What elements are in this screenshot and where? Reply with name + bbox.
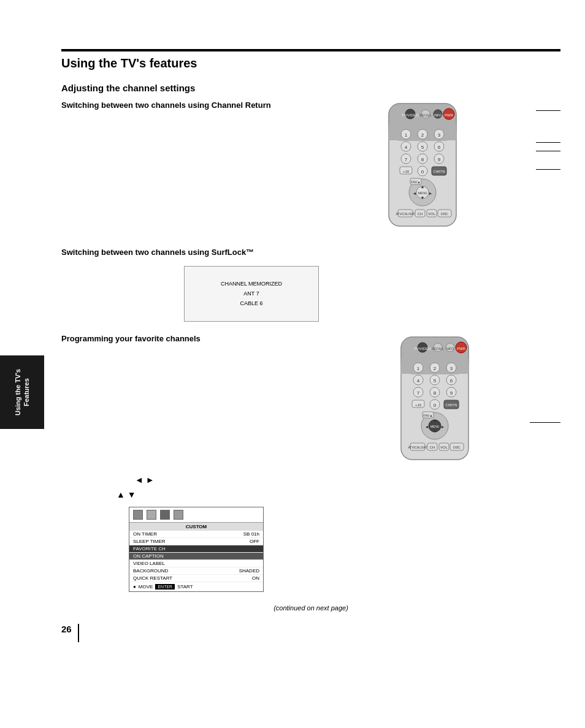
remote-1-area: TV/VIDEO RECALL INFO PWR 1 2 3 4 5 <box>377 100 560 235</box>
menu-row-0: ON TIMER SB 01h <box>129 531 263 538</box>
menu-row-0-value: SB 01h <box>243 531 259 537</box>
chrtn-line <box>536 169 560 170</box>
remote-2-svg: TV/VIDEO RECALL INFO PWR 1 2 3 4 5 6 <box>389 334 481 469</box>
svg-text:6: 6 <box>438 145 441 150</box>
menu-screen-icons <box>129 507 263 523</box>
svg-text:5: 5 <box>434 378 437 384</box>
menu-icon-2 <box>147 510 156 520</box>
footer-enter-btn: ENTER <box>155 584 175 590</box>
svg-text:ATV/CAL/SAT: ATV/CAL/SAT <box>408 446 427 449</box>
svg-text:ATV/CAL/SAT: ATV/CAL/SAT <box>396 212 415 216</box>
programming-heading: Programming your favorite channels <box>61 334 389 343</box>
svg-text:4: 4 <box>405 145 408 150</box>
ea-line <box>536 142 560 143</box>
sidebar-tab: Using the TV'sFeatures <box>0 355 44 429</box>
svg-text:9: 9 <box>450 390 453 396</box>
page-number: 26 <box>61 624 72 634</box>
menu-row-6-label: QUICK RESTART <box>133 575 172 581</box>
menu-screen-header: CUSTOM <box>129 523 263 531</box>
svg-text:3: 3 <box>450 366 453 371</box>
svg-text:◄: ◄ <box>425 425 429 429</box>
svg-text:RECALL: RECALL <box>432 347 444 351</box>
main-content: Using the TV's features Adjusting the ch… <box>61 0 560 642</box>
menu-row-2-label: FAVORITE CH <box>133 546 166 552</box>
svg-text:MENU: MENU <box>418 191 427 195</box>
section-header: Using the TV's features <box>61 49 560 70</box>
svg-text:2: 2 <box>421 132 424 138</box>
channel-memorized-screen: CHANNEL MEMORIZED ANT 7 CABLE 6 <box>184 266 319 322</box>
svg-text:2: 2 <box>434 366 437 371</box>
svg-text:DISC: DISC <box>441 212 448 216</box>
menu-footer: ● MOVE ENTER START <box>129 582 263 591</box>
ch-return-heading: Switching between two channels using Cha… <box>61 100 377 110</box>
svg-text:FAV▲: FAV▲ <box>423 414 432 417</box>
sidebar-label: Using the TV'sFeatures <box>13 369 31 415</box>
menu-row-1-value: OFF <box>250 539 259 544</box>
svg-text:CH: CH <box>418 212 423 216</box>
svg-text:8: 8 <box>421 157 424 162</box>
svg-text:6: 6 <box>450 378 453 384</box>
menu-line <box>530 422 560 423</box>
menu-icon-1 <box>133 510 143 520</box>
svg-text:4: 4 <box>417 378 420 384</box>
svg-text:DISC: DISC <box>453 446 461 449</box>
section-title: Using the TV's features <box>61 56 560 70</box>
svg-text:5: 5 <box>421 145 424 150</box>
remote-2-area: TV/VIDEO RECALL INFO PWR 1 2 3 4 5 6 <box>389 334 560 469</box>
svg-text:7: 7 <box>405 157 408 162</box>
svg-text:CH: CH <box>430 446 435 449</box>
screen-line1: CHANNEL MEMORIZED <box>197 279 306 289</box>
svg-text:8: 8 <box>434 390 437 396</box>
menu-row-5-value: SHADED <box>239 568 259 574</box>
svg-text:1: 1 <box>405 132 408 138</box>
footer-move-label: MOVE <box>139 584 153 590</box>
svg-text:VOL: VOL <box>440 446 448 449</box>
svg-text:▼: ▼ <box>421 195 425 200</box>
svg-text:CHRTN: CHRTN <box>433 170 445 173</box>
menu-row-4: VIDEO LABEL <box>129 560 263 567</box>
svg-text:►: ► <box>441 425 445 429</box>
svg-text:►: ► <box>429 191 433 195</box>
svg-text:9: 9 <box>438 157 441 162</box>
svg-text:RECALL: RECALL <box>419 113 432 117</box>
svg-text:◄: ◄ <box>413 191 417 195</box>
menu-row-1: SLEEP TIMER OFF <box>129 538 263 545</box>
svg-text:0: 0 <box>421 169 424 175</box>
menu-screen: CUSTOM ON TIMER SB 01h SLEEP TIMER OFF F… <box>129 507 264 592</box>
svg-text:▲: ▲ <box>421 184 425 189</box>
remote-1-svg: TV/VIDEO RECALL INFO PWR 1 2 3 4 5 <box>377 100 468 235</box>
screen-line3: CABLE 6 <box>197 298 306 308</box>
menu-row-5: BACKGROUND SHADED <box>129 567 263 575</box>
menu-row-2: FAVORITE CH <box>129 545 263 553</box>
page-border-left <box>78 624 84 642</box>
svg-text:VOL: VOL <box>428 212 436 216</box>
menu-row-3-label: ON CAPTION <box>133 553 164 559</box>
svg-text:PWR: PWR <box>445 113 454 117</box>
continued-notice: (continued on next page) <box>61 604 560 612</box>
surflock-heading: Switching between two channels using Sur… <box>61 248 560 257</box>
svg-text:1: 1 <box>417 366 420 371</box>
tv-video-line <box>536 110 560 111</box>
menu-row-1-label: SLEEP TIMER <box>133 539 166 544</box>
svg-text:INFO: INFO <box>446 347 454 351</box>
svg-text:FAV▲: FAV▲ <box>411 180 420 184</box>
subsection-title: Adjusting the channel settings <box>61 83 560 93</box>
menu-row-3: ON CAPTION <box>129 553 263 560</box>
menu-row-0-label: ON TIMER <box>133 531 157 537</box>
svg-text:+10: +10 <box>415 403 422 407</box>
svg-text:MENU: MENU <box>430 425 440 428</box>
menu-icon-3 <box>160 510 170 520</box>
svg-text:TV/VIDEO: TV/VIDEO <box>414 347 431 351</box>
nn-line <box>536 151 560 151</box>
menu-row-5-label: BACKGROUND <box>133 568 168 574</box>
svg-text:7: 7 <box>417 390 420 396</box>
menu-row-4-label: VIDEO LABEL <box>133 561 165 566</box>
ud-arrows: ▲ ▼ <box>117 490 560 499</box>
svg-text:+10: +10 <box>403 170 410 173</box>
svg-text:3: 3 <box>438 132 441 138</box>
footer-circle: ● <box>133 584 136 590</box>
menu-row-6: QUICK RESTART ON <box>129 575 263 582</box>
menu-row-6-value: ON <box>252 575 259 581</box>
svg-text:INFO: INFO <box>434 113 442 117</box>
lr-arrows: ◄ ► <box>135 475 560 485</box>
